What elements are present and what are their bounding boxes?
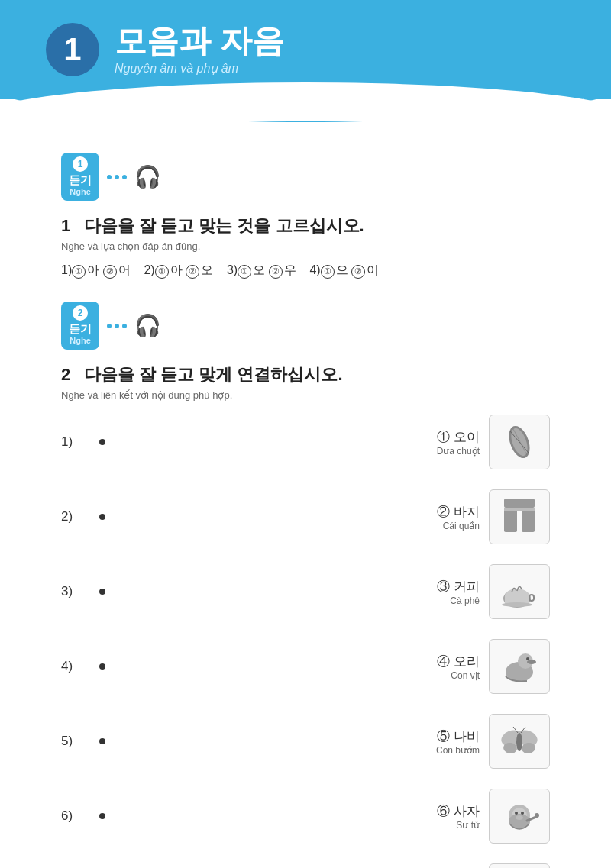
svg-point-21 <box>516 733 522 751</box>
lion-svg <box>496 794 542 838</box>
label-6: ⑥ 사자 Sư tử <box>419 802 480 831</box>
matching-list: 1) ① 오이 Dưa chuột <box>61 411 550 868</box>
headphone-icon-1: 🎧 <box>134 164 161 189</box>
bullet-6 <box>99 813 105 819</box>
label-3: ③ 커피 Cà phê <box>419 578 480 606</box>
dot2 <box>115 175 119 179</box>
bullet-4 <box>99 663 105 670</box>
q2-num: 2 <box>61 365 76 385</box>
q2-subtitle: Nghe và liên kết với nội dung phù hợp. <box>61 389 550 401</box>
svg-point-31 <box>535 813 539 818</box>
q2-text: 다음을 잘 듣고 맞게 연결하십시오. <box>84 363 343 386</box>
img-cucumber <box>489 415 550 469</box>
img-cow <box>489 863 550 868</box>
section1: 1 듣기 Nghe 🎧 1 다음을 잘 듣고 맞는 것을 고르십시오. Nghe… <box>61 153 550 279</box>
right-3: ③ 커피 Cà phê <box>419 564 550 619</box>
svg-rect-11 <box>529 595 534 601</box>
section2: 2 듣기 Nghe 🎧 2 다음을 잘 듣고 맞게 연결하십시오. Nghe v… <box>61 302 550 868</box>
listen-badge-1: 1 듣기 Nghe 🎧 <box>61 153 550 201</box>
question2-title: 2 다음을 잘 듣고 맞게 연결하십시오. <box>61 363 550 386</box>
badge-box-1: 1 듣기 Nghe <box>61 153 99 201</box>
bullet-1 <box>99 439 105 445</box>
badge-number-1: 1 <box>73 156 88 172</box>
left-num-6: 6) <box>61 808 99 824</box>
badge-sublabel-2: Nghe <box>70 336 91 346</box>
svg-point-16 <box>526 657 529 660</box>
bullet-2 <box>99 514 105 520</box>
right-5: ⑤ 나비 Con bướm <box>419 714 550 769</box>
img-pants <box>489 489 550 544</box>
right-1: ① 오이 Dưa chuột <box>419 415 550 469</box>
match-row-2: 2) ② 바지 Cái quần <box>61 486 550 547</box>
header-text: 모음과 자음 Nguyên âm và phụ âm <box>115 24 284 75</box>
svg-rect-7 <box>504 508 535 511</box>
img-duck <box>489 639 550 694</box>
svg-rect-6 <box>522 508 535 532</box>
badge-label-2: 듣기 <box>69 322 92 336</box>
bullet-3 <box>99 589 105 595</box>
img-coffee <box>489 564 550 619</box>
dots-line-1 <box>105 175 128 179</box>
match-row-3: 3) ③ 커피 Cà phê <box>61 561 550 622</box>
svg-point-12 <box>502 602 532 607</box>
match-row-6: 6) ⑥ 사자 Sư tử <box>61 786 550 847</box>
right-6: ⑥ 사자 Sư tử <box>419 789 550 844</box>
pants-svg <box>496 495 542 539</box>
duck-svg <box>496 644 542 689</box>
label-4: ④ 오리 Con vịt <box>419 653 480 681</box>
left-num-2: 2) <box>61 509 99 524</box>
svg-rect-4 <box>504 499 535 508</box>
svg-point-27 <box>515 812 518 815</box>
badge-number-2: 2 <box>73 305 88 321</box>
label-2: ② 바지 Cái quần <box>419 503 480 531</box>
coffee-svg <box>496 570 542 614</box>
cucumber-svg <box>496 420 542 464</box>
right-2: ② 바지 Cái quần <box>419 489 550 544</box>
dot6 <box>122 324 127 328</box>
match-row-1: 1) ① 오이 Dưa chuột <box>61 411 550 473</box>
listen-badge-2: 2 듣기 Nghe 🎧 <box>61 302 550 350</box>
badge-box-2: 2 듣기 Nghe <box>61 302 99 350</box>
img-butterfly <box>489 714 550 769</box>
dots-line-2 <box>105 324 128 328</box>
q1-num: 1 <box>61 216 76 236</box>
label-5: ⑤ 나비 Con bướm <box>419 728 480 756</box>
header-subtitle: Nguyên âm và phụ âm <box>115 61 284 76</box>
badge-label-1: 듣기 <box>69 173 92 187</box>
dot5 <box>115 324 119 328</box>
left-num-5: 5) <box>61 734 99 749</box>
header-title: 모음과 자음 <box>115 24 284 59</box>
q1-answer-text: 1)①아 ②어 2)①아 ②오 3)①오 ②우 4)①으 ②이 <box>61 263 379 279</box>
main-content: 1 듣기 Nghe 🎧 1 다음을 잘 듣고 맞는 것을 고르십시오. Nghe… <box>0 99 611 868</box>
lesson-number: 1 <box>46 23 99 76</box>
left-num-3: 3) <box>61 584 99 599</box>
match-row-7: 7) ⑦ 소 Con bò <box>61 860 550 868</box>
svg-rect-5 <box>504 508 517 532</box>
badge-sublabel-1: Nghe <box>70 187 91 197</box>
left-num-4: 4) <box>61 659 99 674</box>
right-7: ⑦ 소 Con bò <box>419 863 550 868</box>
svg-point-15 <box>527 660 536 664</box>
dot3 <box>122 175 127 179</box>
label-1: ① 오이 Dưa chuột <box>419 428 480 457</box>
headphone-icon-2: 🎧 <box>134 313 161 338</box>
right-4: ④ 오리 Con vịt <box>419 639 550 694</box>
svg-point-29 <box>516 815 523 820</box>
dot4 <box>107 324 112 328</box>
left-num-1: 1) <box>61 434 99 450</box>
bullet-5 <box>99 738 105 744</box>
page-header: 1 모음과 자음 Nguyên âm và phụ âm <box>0 0 611 99</box>
butterfly-svg <box>496 719 542 763</box>
match-row-4: 4) ④ 오리 Con vịt <box>61 636 550 697</box>
q1-subtitle: Nghe và lựa chọn đáp án đúng. <box>61 240 550 252</box>
img-lion <box>489 789 550 844</box>
svg-point-28 <box>521 812 524 815</box>
q1-text: 다음을 잘 듣고 맞는 것을 고르십시오. <box>84 215 364 237</box>
match-row-5: 5) ⑤ 나비 Con bướm <box>61 711 550 772</box>
q1-answers: 1)①아 ②어 2)①아 ②오 3)①오 ②우 4)①으 ②이 <box>61 263 550 279</box>
question1-title: 1 다음을 잘 듣고 맞는 것을 고르십시오. <box>61 215 550 237</box>
dot1 <box>107 175 112 179</box>
